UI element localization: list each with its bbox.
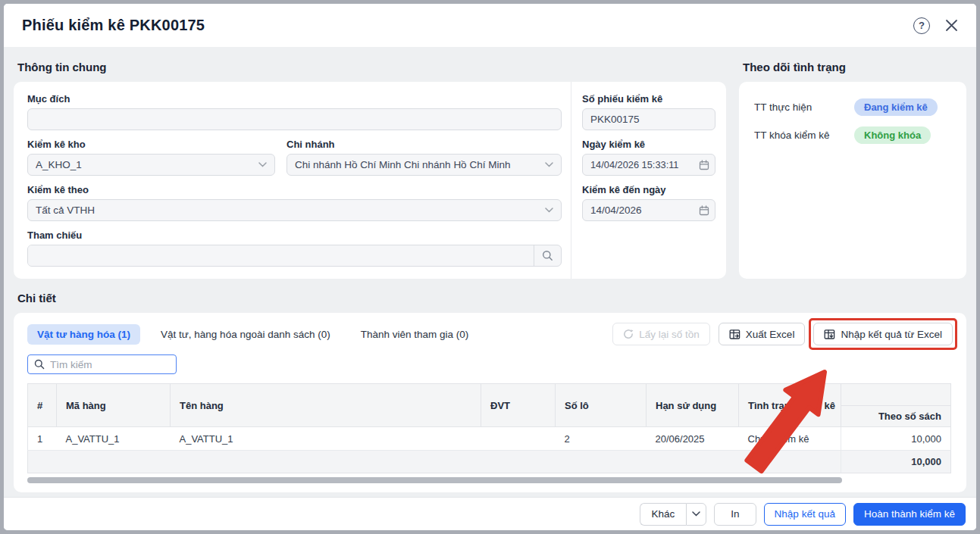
import-excel-icon [824,329,835,340]
reference-field-wrap: Tham chiếu [27,230,562,267]
lock-status-label: TT khóa kiểm kê [754,130,854,141]
general-info-card: Mục đích Kiểm kê kho A_KHO_1 [14,82,726,279]
cell-check-status: Chưa kiểm kê [739,427,841,451]
checkby-field-wrap: Kiểm kê theo Tất cả VTHH [27,184,562,221]
summary-book-qty: 10,000 [841,451,951,473]
close-icon[interactable] [945,19,958,32]
chevron-down-icon [545,162,553,167]
more-split-button: Khác [640,503,707,526]
col-header-item-code[interactable]: Mã hàng [57,384,171,427]
checkdate-label: Ngày kiểm kê [582,139,715,150]
sheetno-input: PKK00175 [582,108,715,130]
import-excel-button[interactable]: Nhập kết quả từ Excel [813,323,953,345]
enter-result-button[interactable]: Nhập kết quả [764,503,846,526]
warehouse-field-wrap: Kiểm kê kho A_KHO_1 [27,139,275,176]
search-icon [34,359,45,370]
dialog-titlebar: Phiếu kiểm kê PKK00175 ? [4,4,976,47]
reference-search-button[interactable] [534,245,561,266]
tab-participants[interactable]: Thành viên tham gia (0) [351,324,479,345]
more-button[interactable]: Khác [640,503,687,526]
items-table: # Mã hàng Tên hàng ĐVT Số lô Hạn sử dụng… [27,383,951,473]
export-excel-icon [729,329,740,340]
help-icon[interactable]: ? [913,17,930,34]
col-header-check-status[interactable]: Tình trạng kiểm kê [739,384,841,427]
checkdate-field-wrap: Ngày kiểm kê 14/04/2026 15:33:11 [582,139,715,176]
more-dropdown-button[interactable] [686,503,706,526]
cell-book-qty: 10,000 [841,427,951,451]
table-row[interactable]: 1 A_VATTU_1 A_VATTU_1 2 20/06/2025 Chưa … [28,427,951,451]
details-tabs: Vật tư hàng hóa (1) Vật tư, hàng hóa ngo… [27,324,612,345]
cell-item-name: A_VATTU_1 [171,427,481,451]
calendar-icon [699,160,709,170]
purpose-input[interactable] [27,108,562,130]
print-button[interactable]: In [714,503,756,526]
general-info-title: Thông tin chung [17,61,726,73]
checkto-field-wrap: Kiểm kê đến ngày 14/04/2026 [582,184,715,221]
cell-lot: 2 [556,427,647,451]
tab-goods-list[interactable]: Vật tư hàng hóa (1) [27,324,140,345]
lock-status-badge: Không khóa [854,126,931,144]
reference-label: Tham chiếu [27,230,562,241]
col-header-expiry[interactable]: Hạn sử dụng [647,384,739,427]
branch-label: Chi nhánh [286,139,562,150]
col-header-group-empty [841,384,951,406]
chevron-down-icon [692,511,700,517]
summary-row: 10,000 [28,451,951,473]
reload-stock-button[interactable]: Lấy lại số tồn [612,323,710,345]
checkby-label: Kiểm kê theo [27,184,562,195]
status-card: TT thực hiện Đang kiểm kê TT khóa kiểm k… [739,82,966,279]
export-excel-button[interactable]: Xuất Excel [719,323,806,345]
status-section-title: Theo dõi tình trạng [743,61,966,73]
warehouse-label: Kiểm kê kho [27,139,275,150]
cell-index: 1 [28,427,57,451]
refresh-icon [623,329,634,339]
details-card: Vật tư hàng hóa (1) Vật tư, hàng hóa ngo… [14,313,966,492]
warehouse-select[interactable]: A_KHO_1 [27,154,275,176]
purpose-field-wrap: Mục đích [27,93,562,130]
chevron-down-icon [258,162,267,167]
search-icon [542,250,553,261]
reference-input[interactable] [28,245,534,267]
execution-status-label: TT thực hiện [754,101,854,113]
checkto-label: Kiểm kê đến ngày [582,184,715,195]
search-input[interactable] [50,359,184,370]
col-header-lot[interactable]: Số lô [556,384,647,427]
execution-status-badge: Đang kiểm kê [854,98,938,116]
purpose-label: Mục đích [27,93,562,105]
dialog-footer: Khác In Nhập kết quả Hoàn thành kiểm kê [4,497,976,530]
horizontal-scrollbar[interactable] [27,477,842,483]
inventory-check-dialog: Phiếu kiểm kê PKK00175 ? Thông tin chung… [0,0,980,534]
col-header-index[interactable]: # [28,384,57,427]
sheetno-field-wrap: Số phiếu kiểm kê PKK00175 [582,93,715,130]
cell-item-code: A_VATTU_1 [57,427,171,451]
col-header-unit[interactable]: ĐVT [481,384,556,427]
table-search-box[interactable] [27,354,177,374]
cell-unit [481,427,556,451]
status-row-lock: TT khóa kiểm kê Không khóa [754,126,951,144]
page-title: Phiếu kiểm kê PKK00175 [22,17,205,34]
checkdate-input[interactable]: 14/04/2026 15:33:11 [582,154,715,176]
details-section-title: Chi tiết [17,292,966,304]
col-header-item-name[interactable]: Tên hàng [171,384,481,427]
col-header-book-qty[interactable]: Theo số sách [841,405,951,427]
tab-goods-outside-list[interactable]: Vật tư, hàng hóa ngoài danh sách (0) [151,324,340,345]
calendar-icon [699,205,709,216]
complete-check-button[interactable]: Hoàn thành kiểm kê [853,503,966,526]
branch-select[interactable]: Chi nhánh Hồ Chí Minh Chi nhánh Hồ Chí M… [286,154,562,176]
cell-expiry: 20/06/2025 [647,427,739,451]
checkto-input[interactable]: 14/04/2026 [582,199,715,221]
status-row-execution: TT thực hiện Đang kiểm kê [754,98,951,116]
chevron-down-icon [545,208,553,213]
dialog-body: Thông tin chung Mục đích Kiểm kê kho A_K… [4,47,976,497]
branch-field-wrap: Chi nhánh Chi nhánh Hồ Chí Minh Chi nhán… [286,139,562,176]
checkby-select[interactable]: Tất cả VTHH [27,199,562,221]
sheetno-label: Số phiếu kiểm kê [582,93,715,105]
